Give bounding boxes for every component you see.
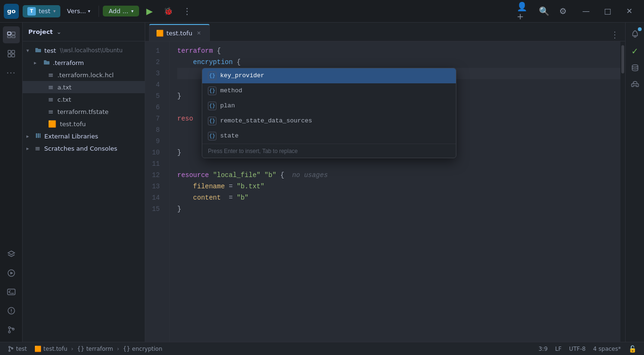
tab-label: test.tofu (166, 30, 192, 37)
tree-item-scratches[interactable]: ▸ ≡ Scratches and Consoles (23, 142, 145, 154)
line-num-4: 4 (145, 79, 165, 90)
svg-point-15 (8, 331, 10, 333)
right-icon-check[interactable]: ✓ (627, 43, 643, 58)
project-panel-header[interactable]: Project ⌄ (23, 23, 145, 41)
tree-item-tfstate[interactable]: ≡ terraform.tfstate (23, 105, 145, 118)
status-position[interactable]: 3:9 (535, 342, 551, 355)
tofu-icon: 🟧 (48, 120, 56, 128)
status-breadcrumb-terraform[interactable]: {} terraform (74, 342, 117, 355)
sidebar-item-run[interactable] (3, 265, 20, 282)
autocomplete-item-plan[interactable]: {} plan (202, 98, 456, 113)
block-icon: {} (77, 346, 84, 352)
status-encoding[interactable]: UTF-8 (565, 342, 589, 355)
code-line-2: encryption { (177, 56, 620, 68)
tree-item-label: terraform.tfstate (58, 108, 109, 115)
search-button[interactable]: 🔍 (536, 3, 553, 20)
line-num-3: 3 (145, 68, 165, 79)
right-icon-python[interactable] (627, 77, 643, 92)
minimize-button[interactable]: — (575, 0, 597, 23)
tree-item-external-libs[interactable]: ▸ External Libraries (23, 130, 145, 142)
tree-item-terraform-dir[interactable]: ▸ .terraform (23, 56, 145, 69)
scrollbar-thumb[interactable] (621, 45, 624, 73)
tree-item-label: a.txt (58, 84, 72, 91)
line-ending-label: LF (555, 346, 562, 352)
vcs-button[interactable]: Vers... ▾ (62, 6, 95, 16)
right-icon-notifications[interactable] (627, 26, 643, 41)
svg-rect-7 (12, 54, 15, 57)
autocomplete-item-state[interactable]: {} state (202, 129, 456, 144)
ac-item-label: plan (220, 100, 235, 112)
tab-close-button[interactable]: ✕ (195, 29, 203, 37)
run-config-button[interactable]: Add ... ▾ (103, 6, 139, 16)
sidebar-item-plugins[interactable] (3, 45, 20, 62)
line-num-12: 12 (145, 169, 165, 181)
more-button[interactable]: ⋮ (179, 3, 196, 20)
editor-scrollbar[interactable] (620, 41, 625, 342)
status-breadcrumb-file[interactable]: 🟧 test.tofu (31, 342, 71, 355)
tree-item-test[interactable]: ▾ test \\wsl.localhost\Ubuntu (23, 44, 145, 56)
editor-area: 🟧 test.tofu ✕ ⋮ 1 2 3 4 5 6 7 8 9 10 11 … (145, 23, 625, 342)
svg-marker-9 (10, 272, 13, 274)
tree-item-label: test (44, 47, 56, 54)
autocomplete-item-method[interactable]: {} method (202, 83, 456, 98)
editor-content[interactable]: 1 2 3 4 5 6 7 8 9 10 11 12 13 14 15 terr… (145, 41, 625, 342)
tab-options-button[interactable]: ⋮ (608, 28, 621, 41)
sidebar-item-layers[interactable] (3, 246, 20, 263)
autocomplete-popup: {} key_provider {} method {} plan {} rem… (202, 68, 456, 158)
tree-item-label: Scratches and Consoles (44, 145, 117, 152)
line-num-13: 13 (145, 181, 165, 192)
close-button[interactable]: ✕ (619, 0, 640, 23)
line-num-8: 8 (145, 124, 165, 136)
editor-tab-test-tofu[interactable]: 🟧 test.tofu ✕ (149, 24, 210, 41)
project-icon: T (27, 7, 36, 16)
file-icon: ≡ (48, 83, 54, 91)
sidebar-item-more[interactable]: ··· (3, 64, 20, 81)
status-line-ending[interactable]: LF (552, 342, 566, 355)
line-num-6: 6 (145, 102, 165, 113)
sidebar-item-git[interactable] (3, 321, 20, 338)
ac-item-label: method (220, 85, 242, 97)
sidebar-item-terminal[interactable] (3, 283, 20, 300)
svg-rect-4 (8, 50, 11, 53)
status-breadcrumb-encryption[interactable]: {} encryption (119, 342, 166, 355)
tree-item-lock-hcl[interactable]: ≡ .terraform.lock.hcl (23, 69, 145, 81)
svg-rect-3 (12, 36, 15, 38)
profile-button[interactable]: 👤+ (517, 3, 534, 20)
block-icon: {} (208, 117, 216, 125)
status-branch[interactable]: test (4, 342, 31, 355)
line-num-11: 11 (145, 158, 165, 169)
project-selector[interactable]: T test ▾ (23, 5, 60, 17)
debug-button[interactable]: 🐞 (160, 3, 177, 20)
tree-item-a-txt[interactable]: ≡ a.txt (23, 81, 145, 93)
sidebar-item-problems[interactable] (3, 302, 20, 319)
status-indent[interactable]: 4 spaces* (589, 342, 625, 355)
svg-rect-6 (8, 54, 11, 57)
tree-item-c-txt[interactable]: ≡ c.txt (23, 93, 145, 105)
tree-item-label: test.tofu (60, 121, 86, 128)
svg-rect-18 (38, 133, 39, 138)
autocomplete-item-remote-state[interactable]: {} remote_state_data_sources (202, 113, 456, 129)
svg-rect-17 (36, 133, 37, 138)
svg-rect-1 (12, 32, 15, 35)
svg-rect-20 (634, 36, 636, 37)
tree-item-test-tofu[interactable]: 🟧 test.tofu (23, 118, 145, 130)
app-logo[interactable]: go (4, 4, 19, 19)
maximize-button[interactable]: □ (597, 0, 619, 23)
project-panel-title: Project (28, 28, 53, 35)
svg-point-22 (633, 82, 634, 83)
scratches-icon: ≡ (35, 145, 41, 152)
vcs-arrow: ▾ (88, 8, 90, 14)
block-icon: {} (208, 87, 216, 95)
settings-button[interactable]: ⚙ (554, 3, 571, 20)
sidebar-item-project[interactable] (3, 26, 20, 43)
sidebar-icon-rail: ··· (0, 23, 23, 342)
add-label: Add ... (108, 8, 128, 15)
status-lock[interactable]: 🔓 (625, 342, 640, 355)
autocomplete-item-key-provider[interactable]: {} key_provider (202, 68, 456, 83)
right-icon-db[interactable] (627, 60, 643, 75)
code-line-11 (177, 158, 620, 169)
run-button[interactable]: ▶ (141, 3, 158, 20)
status-terraform-label: terraform (86, 346, 113, 352)
titlebar: go T test ▾ Vers... ▾ Add ... ▾ ▶ 🐞 ⋮ 👤+… (0, 0, 644, 23)
code-editor[interactable]: terraform { encryption { } reso } resour… (170, 41, 620, 342)
